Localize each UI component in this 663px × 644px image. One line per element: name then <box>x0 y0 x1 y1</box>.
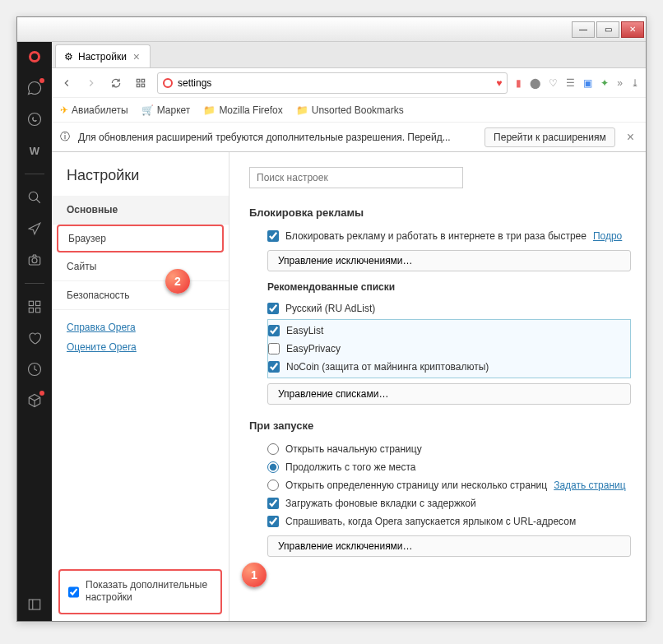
set-pages-link[interactable]: Задать страниц <box>554 480 625 491</box>
startup-title: При запуске <box>249 419 631 432</box>
list-nocoin-checkbox[interactable] <box>268 361 280 373</box>
svg-rect-7 <box>36 308 40 313</box>
load-bg-checkbox[interactable] <box>267 498 279 509</box>
go-to-extensions-button[interactable]: Перейти к расширениям <box>484 127 615 147</box>
show-advanced-label: Показать дополнительные настройки <box>86 579 212 605</box>
nav-forward-button[interactable] <box>83 77 100 89</box>
continue-label: Продолжить с того же места <box>285 461 415 473</box>
svg-rect-9 <box>29 600 40 609</box>
downloads-icon[interactable]: ⤓ <box>631 77 639 89</box>
package-icon[interactable] <box>26 392 43 409</box>
nav-sites[interactable]: Сайты <box>52 253 229 281</box>
tab-settings[interactable]: ⚙ Настройки × <box>55 44 151 67</box>
ext-icon-6[interactable]: ✦ <box>600 77 609 89</box>
continue-radio[interactable] <box>267 461 279 473</box>
sidebar: W <box>17 42 52 621</box>
settings-title: Настройки <box>52 152 229 196</box>
svg-point-0 <box>29 114 41 126</box>
minimize-button[interactable]: — <box>572 21 595 38</box>
ext-icon-1[interactable]: ▮ <box>516 77 522 89</box>
list-easyprivacy-label: EasyPrivacy <box>286 343 341 354</box>
grid-icon[interactable] <box>26 299 43 315</box>
clock-icon[interactable] <box>26 361 43 378</box>
whatsapp-icon[interactable] <box>26 111 43 127</box>
svg-rect-13 <box>141 84 145 87</box>
ext-icon-3[interactable]: ♡ <box>549 77 558 89</box>
open-page-label: Открыть определенную страницу или нескол… <box>285 480 547 491</box>
ext-icon-4[interactable]: ☰ <box>566 77 575 89</box>
opera-rate-link[interactable]: Оцените Opera <box>67 341 214 353</box>
svg-point-1 <box>29 192 38 201</box>
svg-rect-10 <box>137 79 140 82</box>
rec-lists-title: Рекомендованные списки <box>267 281 631 293</box>
bookmark-aviabilety[interactable]: ✈Авиабилеты <box>60 104 128 116</box>
svg-rect-4 <box>29 301 33 305</box>
nav-back-button[interactable] <box>58 77 75 89</box>
tab-close-icon[interactable]: × <box>132 50 141 63</box>
callout-1: 1 <box>242 563 267 587</box>
nav-reload-button[interactable] <box>108 77 124 89</box>
open-home-radio[interactable] <box>267 443 279 455</box>
panel-icon[interactable] <box>26 596 43 613</box>
notice-text: Для обновления расширений требуются допо… <box>78 132 476 143</box>
close-button[interactable]: ✕ <box>621 21 644 38</box>
nav-browser[interactable]: Браузер <box>58 226 222 251</box>
svg-rect-5 <box>36 301 40 305</box>
camera-icon[interactable] <box>26 252 43 268</box>
manage-lists-button[interactable]: Управление списками… <box>267 383 631 405</box>
block-ads-checkbox[interactable] <box>267 230 279 242</box>
ext-icon-5[interactable]: ▣ <box>583 77 592 89</box>
list-ru-checkbox[interactable] <box>267 303 279 314</box>
url-input[interactable] <box>178 77 491 89</box>
bookmark-heart-icon[interactable]: ♥ <box>496 77 502 89</box>
nav-security[interactable]: Безопасность <box>52 281 229 310</box>
notice-close-icon[interactable]: × <box>624 130 638 145</box>
load-bg-label: Загружать фоновые вкладки с задержкой <box>285 498 476 509</box>
nav-basic[interactable]: Основные <box>52 196 229 225</box>
url-bar[interactable]: ♥ <box>157 72 508 94</box>
block-ads-label: Блокировать рекламу и работать в интерне… <box>285 230 586 242</box>
block-ads-more-link[interactable]: Подро <box>593 230 622 242</box>
show-advanced-row[interactable]: Показать дополнительные настройки <box>58 569 222 614</box>
ext-icon-2[interactable]: ⬤ <box>530 77 540 89</box>
opera-help-link[interactable]: Справка Opera <box>67 322 214 333</box>
maximize-button[interactable]: ▭ <box>596 21 619 38</box>
svg-rect-12 <box>137 84 140 87</box>
heart-icon[interactable] <box>26 330 43 346</box>
vk-icon[interactable]: W <box>26 142 43 159</box>
settings-content: Блокировка рекламы Блокировать рекламу и… <box>230 152 646 621</box>
gear-icon: ⚙ <box>64 51 73 63</box>
list-easylist-checkbox[interactable] <box>268 325 280 336</box>
info-icon: ⓘ <box>60 130 70 144</box>
open-page-radio[interactable] <box>267 480 279 491</box>
svg-rect-6 <box>29 308 33 313</box>
list-easylist-label: EasyList <box>286 325 323 336</box>
show-advanced-checkbox[interactable] <box>68 580 79 605</box>
list-easyprivacy-checkbox[interactable] <box>268 343 280 354</box>
bookmark-mozilla[interactable]: 📁Mozilla Firefox <box>203 104 282 116</box>
open-home-label: Открыть начальную страницу <box>285 443 422 455</box>
list-ru-label: Русский (RU AdList) <box>285 303 375 314</box>
settings-search-input[interactable] <box>249 167 463 188</box>
adblock-title: Блокировка рекламы <box>249 206 631 219</box>
list-nocoin-label: NoCoin (защита от майнинга криптовалюты) <box>286 361 489 373</box>
bookmark-unsorted[interactable]: 📁Unsorted Bookmarks <box>296 104 404 116</box>
speed-dial-icon[interactable] <box>132 77 149 89</box>
bookmarks-bar: ✈Авиабилеты 🛒Маркет 📁Mozilla Firefox 📁Un… <box>52 98 646 123</box>
callout-2: 2 <box>165 269 190 294</box>
send-icon[interactable] <box>26 220 43 237</box>
settings-sidebar: Настройки Основные Браузер Сайты Безопас… <box>52 152 230 621</box>
search-icon[interactable] <box>26 189 43 206</box>
messenger-icon[interactable] <box>26 80 43 96</box>
ask-shortcut-label: Спрашивать, когда Opera запускается ярлы… <box>285 516 576 527</box>
ask-shortcut-checkbox[interactable] <box>267 516 279 527</box>
svg-rect-11 <box>141 79 145 82</box>
notification-bar: ⓘ Для обновления расширений требуются до… <box>52 123 646 152</box>
startup-manage-exceptions-button[interactable]: Управление исключениями… <box>267 535 631 557</box>
more-extensions-icon[interactable]: » <box>617 77 623 89</box>
opera-url-icon <box>163 78 173 88</box>
svg-point-3 <box>32 258 37 263</box>
manage-exceptions-button[interactable]: Управление исключениями… <box>267 250 631 271</box>
bookmark-market[interactable]: 🛒Маркет <box>141 104 191 116</box>
opera-logo-icon[interactable] <box>26 49 43 65</box>
